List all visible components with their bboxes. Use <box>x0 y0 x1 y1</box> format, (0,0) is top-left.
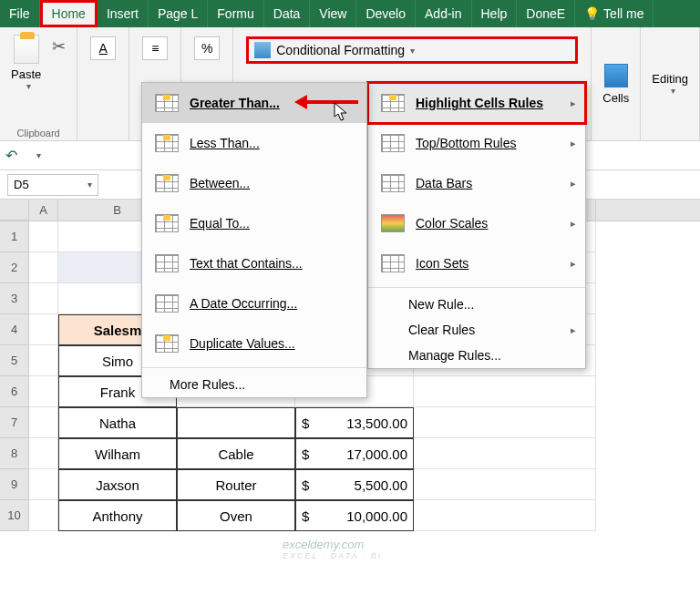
cell[interactable] <box>414 407 596 438</box>
menu-label: Text that Contains... <box>190 256 303 271</box>
tab-home[interactable]: Home <box>40 0 98 27</box>
cell[interactable] <box>29 407 58 438</box>
table-cell[interactable] <box>177 407 295 438</box>
cell[interactable] <box>414 500 596 531</box>
row-header[interactable]: 6 <box>0 376 29 407</box>
amount: 17,000.00 <box>346 446 407 462</box>
cells-icon[interactable] <box>604 64 628 87</box>
data-bars-icon <box>379 172 407 194</box>
amount: 10,000.00 <box>346 508 407 524</box>
cell[interactable] <box>29 314 58 345</box>
tab-donee[interactable]: DoneE <box>517 0 575 27</box>
cell[interactable] <box>29 469 58 500</box>
menu-item-color-scales[interactable]: Color Scales ▸ <box>368 203 585 243</box>
font-button[interactable]: A <box>90 36 116 60</box>
menu-item-manage-rules[interactable]: Manage Rules... <box>368 343 585 368</box>
menu-item-data-bars[interactable]: Data Bars ▸ <box>368 163 585 203</box>
cells-label: Cells <box>602 91 629 105</box>
select-all-corner[interactable] <box>0 200 29 221</box>
tab-file[interactable]: File <box>0 0 40 27</box>
undo-icon[interactable]: ↶ <box>5 147 24 165</box>
menu-label: Color Scales <box>416 216 488 231</box>
menu-item-text-contains[interactable]: Text that Contains... <box>142 243 366 283</box>
percent-button[interactable]: % <box>194 36 220 60</box>
row-header[interactable]: 3 <box>0 283 29 314</box>
cell[interactable] <box>29 500 58 531</box>
menu-label: Less Than... <box>190 136 260 150</box>
tab-data[interactable]: Data <box>264 0 311 27</box>
row-header[interactable]: 7 <box>0 407 29 438</box>
menu-item-clear-rules[interactable]: Clear Rules▸ <box>368 317 585 343</box>
cell[interactable] <box>414 438 596 469</box>
submenu-arrow-icon: ▸ <box>571 178 576 190</box>
menu-item-between[interactable]: Between... <box>142 163 366 203</box>
cell[interactable] <box>29 252 58 283</box>
table-cell[interactable]: Anthony <box>58 500 177 531</box>
cell[interactable] <box>29 438 58 469</box>
tab-page-layout[interactable]: Page L <box>149 0 208 27</box>
table-cell[interactable]: $17,000.00 <box>295 438 414 469</box>
row-header[interactable]: 8 <box>0 438 29 469</box>
menu-item-highlight-cells-rules[interactable]: Highlight Cells Rules ▸ <box>368 83 585 123</box>
tab-addins[interactable]: Add-in <box>416 0 471 27</box>
table-cell[interactable]: Cable <box>177 438 295 469</box>
cell[interactable] <box>29 283 58 314</box>
row-header[interactable]: 1 <box>0 221 29 252</box>
tab-developer[interactable]: Develo <box>356 0 416 27</box>
cell[interactable] <box>414 376 596 407</box>
table-cell[interactable]: Natha <box>58 407 177 438</box>
table-cell[interactable]: $5,500.00 <box>295 469 414 500</box>
conditional-formatting-button[interactable]: Conditional Formatting ▾ <box>246 36 578 64</box>
cell[interactable] <box>29 376 58 407</box>
table-cell[interactable]: Router <box>177 469 295 500</box>
menu-item-new-rule[interactable]: New Rule... <box>368 292 585 317</box>
amount: 5,500.00 <box>355 477 407 493</box>
table-cell[interactable]: Jaxson <box>58 469 177 500</box>
col-header-a[interactable]: A <box>29 200 58 221</box>
chevron-down-icon: ▾ <box>671 86 675 96</box>
row-header[interactable]: 4 <box>0 314 29 345</box>
tab-view[interactable]: View <box>310 0 356 27</box>
paste-icon <box>14 35 39 64</box>
between-icon <box>153 172 180 194</box>
menu-item-duplicate-values[interactable]: Duplicate Values... <box>142 323 366 364</box>
row-header[interactable]: 10 <box>0 500 29 531</box>
cell[interactable] <box>29 345 58 376</box>
row-header[interactable]: 2 <box>0 252 29 283</box>
align-button[interactable]: ≡ <box>142 36 168 60</box>
table-cell[interactable]: Wilham <box>58 438 177 469</box>
menu-label: Clear Rules <box>408 323 475 337</box>
tab-insert[interactable]: Insert <box>98 0 149 27</box>
conditional-formatting-label: Conditional Formatting <box>276 43 405 57</box>
table-cell[interactable]: $13,500.00 <box>295 407 414 438</box>
group-font: A <box>77 27 129 140</box>
highlight-cells-rules-submenu: Greater Than... Less Than... Between... … <box>141 82 367 398</box>
paste-button[interactable]: Paste ▾ <box>7 31 45 95</box>
tab-tell-me[interactable]: 💡 Tell me <box>575 0 654 27</box>
tab-help[interactable]: Help <box>472 0 518 27</box>
table-cell[interactable]: $10,000.00 <box>295 500 414 531</box>
amount: 13,500.00 <box>346 415 407 431</box>
row-header[interactable]: 9 <box>0 469 29 500</box>
menu-label: A Date Occurring... <box>190 296 297 311</box>
menu-label: More Rules... <box>170 377 245 392</box>
icon-sets-icon <box>379 252 407 274</box>
menu-item-top-bottom-rules[interactable]: Top/Bottom Rules ▸ <box>368 123 585 163</box>
menu-item-less-than[interactable]: Less Than... <box>142 123 366 163</box>
cell[interactable] <box>29 221 58 252</box>
menu-label: Top/Bottom Rules <box>416 136 517 150</box>
menu-item-date-occurring[interactable]: A Date Occurring... <box>142 283 366 323</box>
mouse-cursor-icon <box>334 102 350 127</box>
chevron-down-icon[interactable]: ▾ <box>36 150 41 160</box>
table-cell[interactable]: Oven <box>177 500 295 531</box>
menu-item-equal-to[interactable]: Equal To... <box>142 203 366 243</box>
name-box-value: D5 <box>14 178 29 191</box>
cell[interactable] <box>414 469 596 500</box>
tab-formulas[interactable]: Formu <box>208 0 263 27</box>
menu-item-icon-sets[interactable]: Icon Sets ▸ <box>368 243 585 283</box>
row-header[interactable]: 5 <box>0 345 29 376</box>
cut-icon[interactable]: ✂ <box>52 36 66 95</box>
name-box[interactable]: D5 ▾ <box>7 174 98 196</box>
group-label-clipboard: Clipboard <box>7 126 69 138</box>
menu-item-more-rules[interactable]: More Rules... <box>142 372 366 397</box>
